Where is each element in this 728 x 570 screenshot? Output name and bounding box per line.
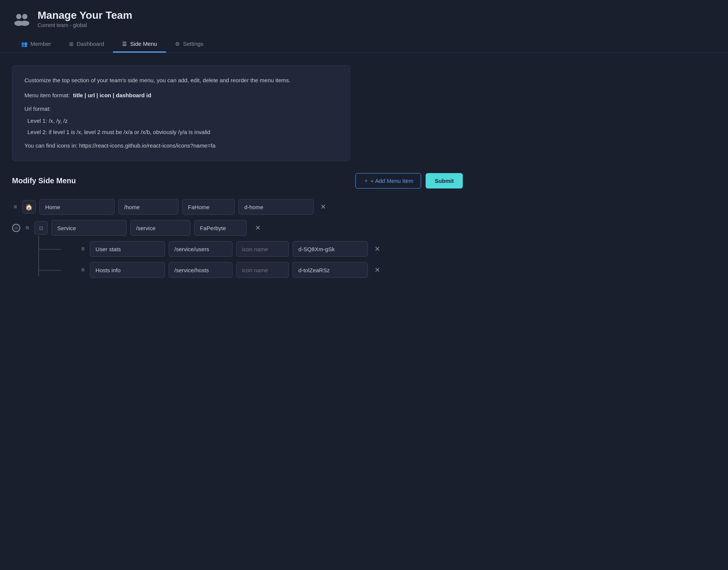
svg-point-3 xyxy=(20,21,29,26)
userstats-delete-button[interactable]: ✕ xyxy=(372,243,383,255)
userstats-title-input[interactable] xyxy=(90,241,165,257)
header-actions: ＋ + Add Menu Item Submit xyxy=(355,173,463,188)
hostsinfo-title-input[interactable] xyxy=(90,262,165,278)
drag-handle-userstats[interactable]: ≡ xyxy=(80,244,86,254)
info-box: Customize the top section of your team's… xyxy=(12,65,350,161)
hostsinfo-url-input[interactable] xyxy=(169,262,233,278)
menu-item-row-user-stats: ≡ ✕ xyxy=(80,241,463,257)
userstats-dashboard-input[interactable] xyxy=(293,241,368,257)
hostsinfo-delete-button[interactable]: ✕ xyxy=(372,264,383,276)
home-title-input[interactable] xyxy=(39,199,115,215)
add-menu-item-button[interactable]: ＋ + Add Menu Item xyxy=(355,173,421,188)
icons-info: You can find icons in: https://react-ico… xyxy=(24,141,338,150)
userstats-icon-input[interactable] xyxy=(236,241,289,257)
hostsinfo-icon-input[interactable] xyxy=(236,262,289,278)
tab-settings[interactable]: ⚙ Settings xyxy=(166,36,212,53)
item-icon-home[interactable]: 🏠 xyxy=(22,200,36,214)
tab-dashboard[interactable]: ⊞ Dashboard xyxy=(60,36,113,53)
plus-icon: ＋ xyxy=(363,177,369,184)
children-line-vertical xyxy=(38,236,39,276)
format-value: title | url | icon | dashboard id xyxy=(73,92,151,98)
url-format-label: Url format: xyxy=(24,104,338,113)
menu-item-row-hosts-info: ≡ ✕ xyxy=(80,262,463,278)
menu-item-row-home: ≡ 🏠 ✕ xyxy=(12,199,463,215)
home-url-input[interactable] xyxy=(118,199,178,215)
service-url-input[interactable] xyxy=(130,220,190,236)
service-tree: − ≡ ⊡ ✕ ≡ ✕ xyxy=(12,220,463,278)
service-icon-input[interactable] xyxy=(194,220,247,236)
home-dashboard-input[interactable] xyxy=(239,199,314,215)
url-level1: Level 1: /x, /y, /z xyxy=(27,116,338,125)
svg-point-0 xyxy=(16,14,21,19)
settings-icon: ⚙ xyxy=(175,41,180,47)
menu-item-row-service: − ≡ ⊡ ✕ xyxy=(12,220,463,236)
format-label: Menu item format: xyxy=(24,92,70,98)
service-children: ≡ ✕ ≡ ✕ xyxy=(80,241,463,278)
side-menu-icon: ☰ xyxy=(122,41,127,47)
tab-member[interactable]: 👥 Member xyxy=(12,36,60,53)
home-delete-button[interactable]: ✕ xyxy=(317,201,329,213)
tab-navigation: 👥 Member ⊞ Dashboard ☰ Side Menu ⚙ Setti… xyxy=(12,36,716,53)
hostsinfo-dashboard-input[interactable] xyxy=(293,262,368,278)
hostsinfo-line-h xyxy=(38,270,61,271)
page-title: Manage Your Team xyxy=(38,9,132,21)
dashboard-icon: ⊞ xyxy=(69,41,74,47)
member-icon: 👥 xyxy=(21,41,27,47)
url-level2: Level 2: if level 1 is /x, level 2 must … xyxy=(27,128,338,137)
info-description: Customize the top section of your team's… xyxy=(24,76,338,85)
team-icon xyxy=(12,9,32,29)
collapse-service-button[interactable]: − xyxy=(12,224,20,232)
tab-side-menu[interactable]: ☰ Side Menu xyxy=(113,36,166,53)
userstats-line-h xyxy=(38,249,61,250)
section-title: Modify Side Menu xyxy=(12,176,76,185)
service-delete-button[interactable]: ✕ xyxy=(252,222,264,234)
home-icon-input[interactable] xyxy=(182,199,235,215)
service-title-input[interactable] xyxy=(51,220,127,236)
item-icon-service[interactable]: ⊡ xyxy=(34,221,48,235)
section-header: Modify Side Menu ＋ + Add Menu Item Submi… xyxy=(12,173,463,188)
svg-point-1 xyxy=(22,14,27,19)
drag-handle-service[interactable]: ≡ xyxy=(24,223,30,233)
drag-handle-home[interactable]: ≡ xyxy=(12,202,18,212)
page-subtitle: Current team - global xyxy=(38,22,132,28)
userstats-url-input[interactable] xyxy=(169,241,233,257)
drag-handle-hostsinfo[interactable]: ≡ xyxy=(80,265,86,275)
menu-items-list: ≡ 🏠 ✕ − ≡ ⊡ ✕ xyxy=(12,199,463,278)
submit-button[interactable]: Submit xyxy=(426,173,463,188)
